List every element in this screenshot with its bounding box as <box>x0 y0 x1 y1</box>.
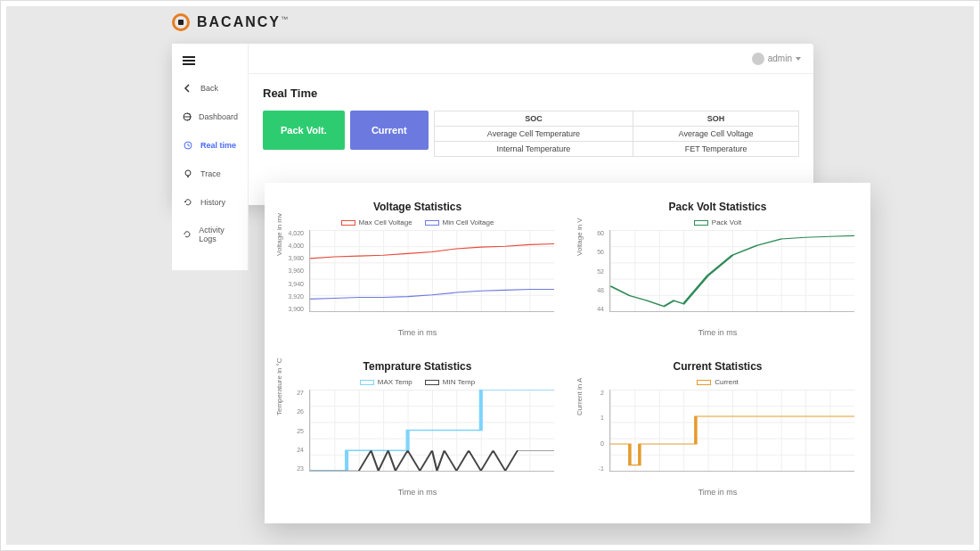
y-ticks: 2726252423 <box>281 390 307 472</box>
tile-row: Pack Volt. Current SOC SOH Average Cell … <box>263 111 799 157</box>
cell-int-temp[interactable]: Internal Temperature <box>434 142 633 157</box>
chart-legend: Current <box>581 378 854 386</box>
main-panel: Real Time Pack Volt. Current SOC SOH <box>249 74 813 169</box>
history-icon <box>183 197 193 208</box>
user-name: admin <box>768 53 792 63</box>
y-ticks: 210-1 <box>581 390 608 472</box>
x-axis-label: Time in ms <box>581 328 854 337</box>
arrow-left-icon <box>183 83 193 94</box>
plot-area: 210-1 <box>581 390 854 472</box>
x-axis-label: Time in ms <box>281 328 554 337</box>
tile-pack-volt[interactable]: Pack Volt. <box>263 111 345 150</box>
user-menu[interactable]: admin <box>752 53 801 65</box>
chart-legend: Max Cell Voltage Min Cell Voltage <box>281 218 554 226</box>
chart-voltage-statistics: Voltage Statistics Max Cell Voltage Min … <box>281 201 554 337</box>
x-axis-label: Time in ms <box>281 488 554 497</box>
sidebar: Back Dashboard Real time Trace <box>172 44 249 270</box>
tile-current[interactable]: Current <box>350 111 429 150</box>
refresh-icon <box>183 229 192 240</box>
sidebar-item-realtime[interactable]: Real time <box>172 131 248 160</box>
brand-name: BACANCY™ <box>197 14 288 30</box>
metrics-table: SOC SOH Average Cell Temperature Average… <box>434 111 799 157</box>
clock-icon <box>183 140 193 151</box>
sidebar-item-label: Back <box>200 84 218 93</box>
app-window: iONDASH admin Real Time Pack Volt. Curre… <box>172 44 813 205</box>
sidebar-item-trace[interactable]: Trace <box>172 160 248 188</box>
charts-card: Voltage Statistics Max Cell Voltage Min … <box>265 183 870 523</box>
chart-current-statistics: Current Statistics Current Current in A … <box>581 360 854 497</box>
cell-avg-volt[interactable]: Average Cell Voltage <box>633 127 799 142</box>
sidebar-item-label: Dashboard <box>199 112 238 121</box>
plot-area: 4,0204,0003,9803,9603,9403,9203,900 <box>281 230 554 312</box>
hamburger-icon[interactable] <box>183 56 195 65</box>
chart-title: Voltage Statistics <box>281 201 554 213</box>
plot-area: 6056524844 <box>581 230 854 312</box>
cell-fet-temp[interactable]: FET Temperature <box>633 142 799 157</box>
cell-avg-temp[interactable]: Average Cell Temperature <box>434 127 633 142</box>
sidebar-item-activity-logs[interactable]: Activity Logs <box>172 217 248 252</box>
brand-header: BACANCY™ <box>172 13 288 31</box>
cell-soc[interactable]: SOC <box>434 111 633 127</box>
chart-title: Pack Volt Statistics <box>581 201 854 213</box>
chevron-down-icon <box>796 57 801 61</box>
y-ticks: 6056524844 <box>581 230 608 312</box>
chart-legend: Pack Volt <box>581 218 854 226</box>
y-ticks: 4,0204,0003,9803,9603,9403,9203,900 <box>281 230 307 312</box>
chart-title: Temprature Statistics <box>281 360 554 373</box>
chart-legend: MAX Temp MIN Temp <box>281 378 554 386</box>
sidebar-item-label: History <box>200 198 225 207</box>
sidebar-item-history[interactable]: History <box>172 188 248 217</box>
x-axis-label: Time in ms <box>581 488 854 497</box>
chart-packvolt-statistics: Pack Volt Statistics Pack Volt Voltage i… <box>581 201 854 337</box>
brand-logo-icon <box>172 13 190 31</box>
panel-title: Real Time <box>263 86 799 100</box>
sidebar-item-label: Activity Logs <box>199 226 237 243</box>
sidebar-item-back[interactable]: Back <box>172 74 248 103</box>
sidebar-item-dashboard[interactable]: Dashboard <box>172 103 248 131</box>
sidebar-item-label: Trace <box>200 169 221 178</box>
chart-title: Current Statistics <box>581 360 854 373</box>
chart-temperature-statistics: Temprature Statistics MAX Temp MIN Temp … <box>281 360 554 497</box>
app-header: iONDASH admin <box>172 44 813 74</box>
sidebar-item-label: Real time <box>200 141 236 150</box>
cell-soh[interactable]: SOH <box>633 111 799 127</box>
plot-area: 2726252423 <box>281 390 554 472</box>
avatar-icon <box>752 53 764 65</box>
pin-icon <box>183 169 193 179</box>
globe-icon <box>183 111 192 122</box>
